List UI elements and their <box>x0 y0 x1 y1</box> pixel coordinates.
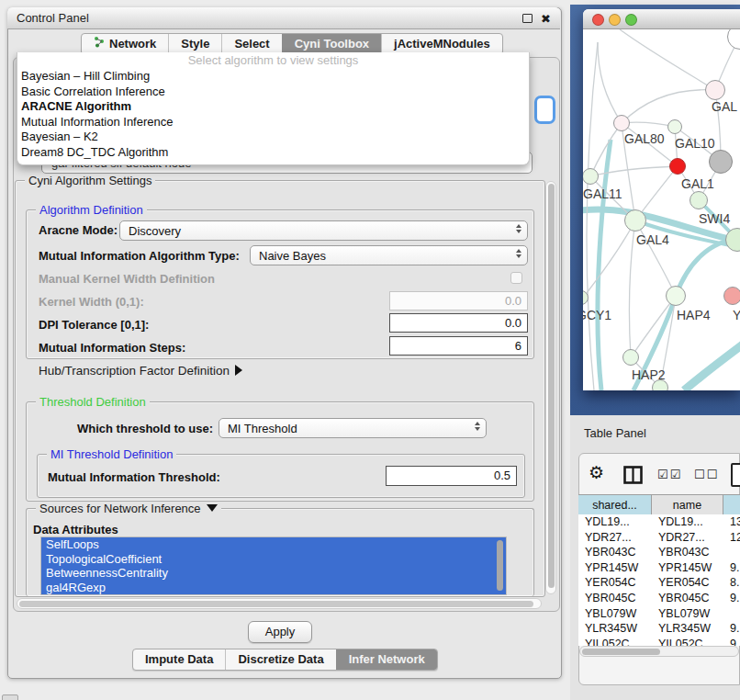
network-window-titlebar[interactable] <box>583 9 740 29</box>
tab-jactivemnodules[interactable]: jActiveMNodules <box>381 34 502 54</box>
close-panel-icon[interactable]: ✖ <box>541 13 551 25</box>
aracne-mode-value: Discovery <box>129 224 181 238</box>
data-attributes-list: SelfLoopsTopologicalCoefficientBetweenne… <box>40 536 507 595</box>
tab-style[interactable]: Style <box>168 34 221 54</box>
dpi-tolerance-field[interactable]: 0.0 <box>389 313 528 333</box>
checked-columns-icon[interactable]: ☑☑ <box>657 468 682 481</box>
algorithm-option-mutual-information-inference[interactable]: Mutual Information Inference <box>17 115 529 130</box>
table-row[interactable]: YBL079WYBL079W <box>578 606 740 622</box>
table-cell <box>723 545 740 560</box>
table-cell: YBR045C <box>652 591 723 606</box>
tab-network[interactable]: Network <box>82 34 168 54</box>
algorithm-option-dream8-dc-tdc-algorithm[interactable]: Dream8 DC_TDC Algorithm <box>17 145 529 161</box>
settings-horizontal-scrollbar[interactable] <box>17 598 542 609</box>
network-node-gal1[interactable] <box>669 158 686 175</box>
kernel-width-label: Kernel Width (0,1): <box>39 295 144 309</box>
unchecked-columns-icon[interactable]: ☐☐ <box>694 468 719 481</box>
network-node-gal80[interactable] <box>613 115 630 131</box>
network-node-gal[interactable] <box>705 80 725 100</box>
network-node-swi4[interactable] <box>690 191 708 209</box>
attribute-list-scrollbar[interactable] <box>497 540 503 591</box>
aracne-mode-combo[interactable]: Discovery <box>119 220 528 241</box>
table-cell: YDL19... <box>652 514 723 530</box>
table-row[interactable]: YIL052CYIL052C9 <box>578 637 740 646</box>
algorithm-dropdown-popup: Select algorithm to view settings Bayesi… <box>17 52 530 165</box>
table-row[interactable]: YDR27...YDR27...12 <box>578 530 740 546</box>
scrollbar-thumb[interactable] <box>548 184 555 588</box>
table-row[interactable]: YER054CYER054C8. <box>578 575 740 591</box>
algorithm-option-bayesian-hill-climbing[interactable]: Bayesian – Hill Climbing <box>17 69 529 85</box>
network-node-gal10[interactable] <box>667 119 682 134</box>
table-cell: YIL052C <box>578 637 652 646</box>
corner-widget[interactable] <box>2 694 18 700</box>
minimize-traffic-light-icon[interactable] <box>609 14 621 26</box>
table-cell: 12 <box>723 530 740 546</box>
which-threshold-combo[interactable]: MI Threshold <box>219 418 487 438</box>
table-cell: 9. <box>723 591 740 606</box>
network-node-hap4[interactable] <box>666 286 686 306</box>
sources-group-toggle[interactable]: Sources for Network Inference <box>36 502 221 515</box>
column-header-shared[interactable]: shared... <box>578 495 652 515</box>
table-row[interactable]: YDL19...YDL19...13 <box>578 514 740 530</box>
network-node-hap2[interactable] <box>622 349 639 366</box>
column-header-2[interactable] <box>723 495 740 515</box>
algorithm-option-bayesian-k2[interactable]: Bayesian – K2 <box>17 130 529 145</box>
algorithm-dropdown-placeholder: Select algorithm to view settings <box>17 52 529 69</box>
attribute-item-topologicalcoefficient[interactable]: TopologicalCoefficient <box>41 552 506 567</box>
attribute-item-gal4rgexp[interactable]: gal4RGexp <box>41 581 506 595</box>
table-rows: YDL19...YDL19...13YDR27...YDR27...12YBR0… <box>578 514 740 646</box>
network-node-gal4[interactable] <box>624 209 646 231</box>
mi-threshold-label: Mutual Information Threshold: <box>48 470 220 484</box>
table-horizontal-scrollbar[interactable] <box>579 646 739 657</box>
table-cell: YPR145W <box>578 560 652 576</box>
table-cell <box>723 606 740 622</box>
network-node[interactable] <box>652 379 668 390</box>
settings-vertical-scrollbar[interactable] <box>545 181 556 594</box>
mi-threshold-group-title: MI Threshold Definition <box>47 447 176 461</box>
table-row[interactable]: YPR145WYPR145W9. <box>578 560 740 576</box>
mi-steps-field[interactable]: 6 <box>389 336 528 356</box>
scrollbar-thumb[interactable] <box>582 649 660 655</box>
column-header-name[interactable]: name <box>652 495 723 515</box>
node-label-y: Y <box>733 308 740 322</box>
mi-type-combo[interactable]: Naive Bayes <box>250 245 528 265</box>
algorithm-option-aracne-algorithm[interactable]: ARACNE Algorithm <box>17 99 529 115</box>
tab-label: Cyni Toolbox <box>295 34 369 54</box>
tab-select[interactable]: Select <box>221 34 281 54</box>
control-panel-titlebar[interactable]: Control Panel ✖ <box>7 7 560 29</box>
network-canvas[interactable]: GALGAL80GAL10GAL1GAL11SWI4GAL4GCY1HAP4YH… <box>583 29 740 390</box>
bottom-tab-impute-data[interactable]: Impute Data <box>133 649 225 670</box>
mi-type-value: Naive Bayes <box>259 249 326 263</box>
table-cell: YPR145W <box>652 560 723 576</box>
algorithm-option-basic-correlation-inference[interactable]: Basic Correlation Inference <box>17 85 529 100</box>
node-label-hap4: HAP4 <box>677 308 711 322</box>
hub-definition-toggle[interactable]: Hub/Transcription Factor Definition <box>39 364 242 378</box>
attribute-item-selfloops[interactable]: SelfLoops <box>41 537 506 552</box>
bottom-tab-infer-network[interactable]: Infer Network <box>336 649 437 670</box>
table-cell: YDL19... <box>578 514 652 530</box>
network-node[interactable] <box>709 150 733 174</box>
apply-button[interactable]: Apply <box>248 621 312 643</box>
mi-threshold-field[interactable]: 0.5 <box>386 466 517 486</box>
export-table-icon[interactable] <box>731 463 740 487</box>
table-row[interactable]: YBR043CYBR043C <box>578 545 740 560</box>
kernel-width-field[interactable]: 0.0 <box>389 291 528 310</box>
tab-label: Style <box>181 34 209 54</box>
manual-kernel-checkbox[interactable] <box>510 272 522 284</box>
table-row[interactable]: YBR045CYBR045C9. <box>578 591 740 606</box>
node-label-gal4: GAL4 <box>636 232 669 247</box>
table-row[interactable]: YLR345WYLR345W9. <box>578 621 740 637</box>
network-icon <box>94 34 105 54</box>
column-layout-icon[interactable] <box>623 466 643 487</box>
zoom-traffic-light-icon[interactable] <box>625 14 637 26</box>
bottom-tab-discretize-data[interactable]: Discretize Data <box>225 649 335 670</box>
tab-cyni-toolbox[interactable]: Cyni Toolbox <box>282 34 381 54</box>
scrollbar-thumb[interactable] <box>19 601 533 607</box>
screen: Control Panel ✖ NetworkStyleSelectCyni T… <box>0 0 740 700</box>
table-cell: YBR043C <box>652 545 723 560</box>
float-window-icon[interactable] <box>522 14 533 23</box>
gear-icon[interactable]: ⚙ <box>589 462 604 483</box>
network-node-y[interactable] <box>723 287 740 305</box>
attribute-item-betweennesscentrality[interactable]: BetweennessCentrality <box>41 566 506 581</box>
close-traffic-light-icon[interactable] <box>592 14 604 26</box>
